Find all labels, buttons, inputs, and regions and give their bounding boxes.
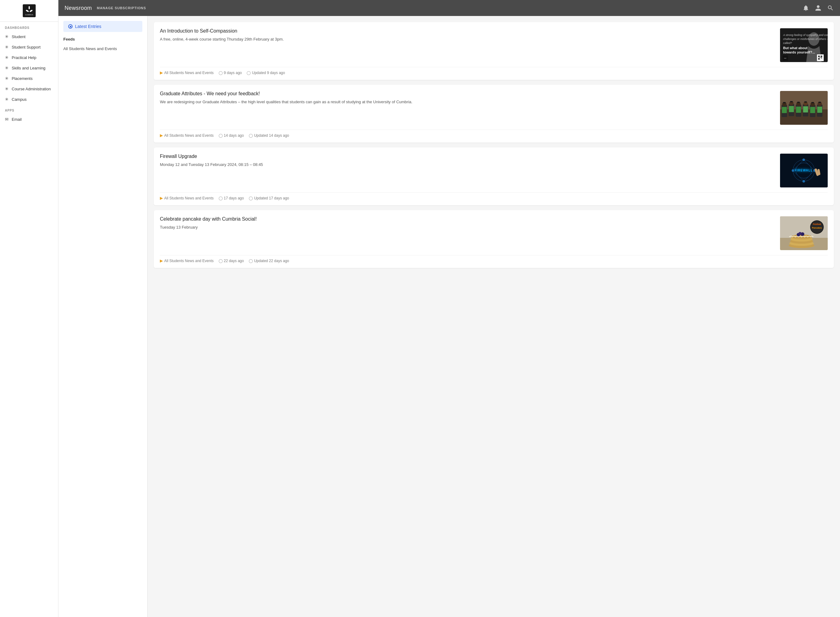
card-time: ◯ 9 days ago bbox=[219, 71, 242, 75]
svg-rect-24 bbox=[821, 58, 822, 58]
sidebar-item-student[interactable]: ✳ Student bbox=[0, 31, 58, 42]
svg-rect-23 bbox=[820, 57, 820, 58]
snowflake-icon: ✳ bbox=[5, 44, 9, 49]
topbar-icons bbox=[803, 4, 834, 11]
news-card-thumbnail: Festival Pancakes bbox=[780, 216, 828, 250]
snowflake-icon: ✳ bbox=[5, 76, 9, 81]
sidebar-item-label: Skills and Learning bbox=[12, 66, 46, 70]
news-card-text: Graduate Attributes - We need your feedb… bbox=[160, 91, 775, 125]
update-clock-icon: ◯ bbox=[249, 133, 253, 138]
snowflake-icon: ✳ bbox=[5, 86, 9, 91]
rss-icon: ▶ bbox=[160, 70, 163, 75]
svg-rect-30 bbox=[783, 102, 785, 103]
clock-icon: ◯ bbox=[219, 196, 223, 200]
news-card-title: Firewall Upgrade bbox=[160, 154, 775, 159]
card-feed-label: ▶ All Students News and Events bbox=[160, 196, 214, 200]
svg-rect-28 bbox=[782, 107, 787, 113]
latest-entries-button[interactable]: Latest Entries bbox=[64, 21, 142, 32]
rss-icon: ▶ bbox=[160, 258, 163, 263]
news-card-title: An Introduction to Self-Compassion bbox=[160, 28, 775, 34]
card-feed-label: ▶ All Students News and Events bbox=[160, 70, 214, 75]
feed-item-all-students[interactable]: All Students News and Events bbox=[58, 44, 147, 53]
svg-text:CUMBRIA: CUMBRIA bbox=[25, 14, 33, 16]
notifications-icon[interactable] bbox=[803, 4, 809, 11]
news-card-meta: ▶ All Students News and Events ◯ 22 days… bbox=[160, 255, 828, 263]
news-card-thumbnail: FIREWALL bbox=[780, 154, 828, 187]
news-card-meta: ▶ All Students News and Events ◯ 17 days… bbox=[160, 192, 828, 200]
latest-entries-icon bbox=[68, 24, 72, 29]
sidebar-item-label: Student Support bbox=[12, 45, 41, 49]
svg-rect-21 bbox=[821, 56, 822, 57]
svg-rect-20 bbox=[818, 56, 820, 57]
sidebar-logo: CUMBRIA bbox=[0, 0, 58, 22]
apps-section-label: APPS bbox=[0, 105, 58, 114]
sidebar-item-practical-help[interactable]: ✳ Practical Help bbox=[0, 52, 58, 63]
update-clock-icon: ◯ bbox=[249, 259, 253, 263]
university-logo: CUMBRIA bbox=[23, 4, 35, 17]
svg-rect-22 bbox=[818, 58, 820, 60]
content-area: Latest Entries Feeds All Students News a… bbox=[58, 16, 840, 617]
clock-icon: ◯ bbox=[219, 133, 223, 138]
news-card-text: Celebrate pancake day with Cumbria Socia… bbox=[160, 216, 775, 250]
sidebar: CUMBRIA DASHBOARDS ✳ Student ✳ Student S… bbox=[0, 0, 58, 617]
sidebar-item-label: Campus bbox=[12, 97, 27, 102]
svg-point-74 bbox=[799, 232, 802, 235]
svg-text:Pancakes: Pancakes bbox=[812, 227, 822, 229]
sidebar-item-label: Placements bbox=[12, 76, 33, 81]
news-area: An Introduction to Self-Compassion A fre… bbox=[148, 16, 840, 617]
card-updated: ◯ Updated 22 days ago bbox=[249, 259, 289, 263]
svg-rect-36 bbox=[796, 106, 801, 113]
news-card-pancake-day[interactable]: Celebrate pancake day with Cumbria Socia… bbox=[154, 210, 834, 268]
news-card-graduate-attributes[interactable]: Graduate Attributes - We need your feedb… bbox=[154, 85, 834, 143]
manage-subscriptions-button[interactable]: MANAGE SUBSCRIPTIONS bbox=[97, 6, 146, 10]
svg-rect-34 bbox=[790, 101, 793, 102]
snowflake-icon: ✳ bbox=[5, 65, 9, 70]
news-card-self-compassion[interactable]: An Introduction to Self-Compassion A fre… bbox=[154, 22, 834, 80]
news-card-desc: Monday 12 and Tuesday 13 February 2024, … bbox=[160, 162, 775, 168]
sidebar-item-label: Course Administration bbox=[12, 87, 51, 91]
svg-text:But what about: But what about bbox=[783, 46, 808, 50]
update-clock-icon: ◯ bbox=[249, 196, 253, 200]
news-card-body: Celebrate pancake day with Cumbria Socia… bbox=[160, 216, 828, 250]
news-card-title: Celebrate pancake day with Cumbria Socia… bbox=[160, 216, 775, 222]
news-card-text: Firewall Upgrade Monday 12 and Tuesday 1… bbox=[160, 154, 775, 187]
news-card-desc: A free, online, 4-week course starting T… bbox=[160, 36, 775, 43]
svg-text:A strong feeling of sympathy a: A strong feeling of sympathy and concern… bbox=[783, 34, 828, 37]
topbar: Newsroom MANAGE SUBSCRIPTIONS bbox=[58, 0, 840, 16]
svg-rect-40 bbox=[803, 106, 808, 112]
sidebar-item-label: Practical Help bbox=[12, 55, 36, 60]
news-card-firewall-upgrade[interactable]: Firewall Upgrade Monday 12 and Tuesday 1… bbox=[154, 148, 834, 205]
sidebar-item-course-administration[interactable]: ✳ Course Administration bbox=[0, 84, 58, 94]
search-icon[interactable] bbox=[827, 4, 834, 11]
snowflake-icon: ✳ bbox=[5, 34, 9, 39]
news-card-body: Graduate Attributes - We need your feedb… bbox=[160, 91, 828, 125]
svg-rect-44 bbox=[810, 107, 815, 113]
svg-text:towards yourself?...: towards yourself?... bbox=[783, 50, 815, 54]
news-card-meta: ▶ All Students News and Events ◯ 9 days … bbox=[160, 67, 828, 75]
svg-rect-42 bbox=[805, 101, 807, 103]
rss-icon: ▶ bbox=[160, 196, 163, 200]
card-updated: ◯ Updated 14 days ago bbox=[249, 133, 289, 138]
svg-rect-46 bbox=[811, 102, 814, 103]
svg-rect-50 bbox=[818, 102, 821, 103]
update-clock-icon: ◯ bbox=[247, 71, 251, 75]
card-updated: ◯ Updated 17 days ago bbox=[249, 196, 289, 200]
feeds-section-label: Feeds bbox=[58, 37, 147, 44]
sidebar-item-campus[interactable]: ✳ Campus bbox=[0, 94, 58, 105]
svg-text:challenges or misfortunes of o: challenges or misfortunes of others – wh… bbox=[783, 37, 828, 41]
news-card-body: An Introduction to Self-Compassion A fre… bbox=[160, 28, 828, 62]
feeds-panel: Latest Entries Feeds All Students News a… bbox=[58, 16, 148, 617]
rss-icon: ▶ bbox=[160, 133, 163, 138]
clock-icon: ◯ bbox=[219, 259, 223, 263]
sidebar-item-skills-and-learning[interactable]: ✳ Skills and Learning bbox=[0, 63, 58, 73]
svg-rect-38 bbox=[797, 102, 800, 103]
sidebar-item-student-support[interactable]: ✳ Student Support bbox=[0, 42, 58, 52]
user-profile-icon[interactable] bbox=[815, 4, 822, 11]
snowflake-icon: ✳ bbox=[5, 97, 9, 102]
news-card-desc: We are redesigning our Graduate Attribut… bbox=[160, 99, 775, 105]
news-card-thumbnail bbox=[780, 91, 828, 125]
sidebar-item-placements[interactable]: ✳ Placements bbox=[0, 73, 58, 84]
sidebar-item-email[interactable]: ✉ Email bbox=[0, 114, 58, 124]
news-card-thumbnail: A strong feeling of sympathy and concern… bbox=[780, 28, 828, 62]
svg-rect-32 bbox=[789, 106, 794, 112]
